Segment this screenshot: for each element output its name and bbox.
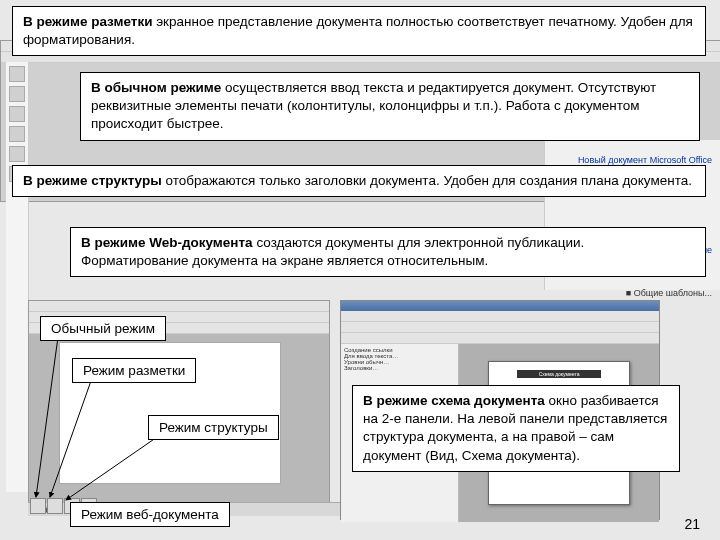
page-number: 21	[684, 516, 700, 532]
label-layout-mode: Режим разметки	[72, 358, 196, 383]
callout-layout-mode: В режиме разметки экранное представление…	[12, 6, 706, 56]
label-outline-mode: Режим структуры	[148, 415, 279, 440]
label-normal-mode: Обычный режим	[40, 316, 166, 341]
task-pane-item: Новый документ Microsoft Office	[578, 155, 712, 165]
callout-normal-mode: В обычном режиме осуществляется ввод тек…	[80, 72, 700, 141]
callout-schema-mode: В режиме схема документа окно разбиваетс…	[352, 385, 680, 472]
callout-outline-mode: В режиме структуры отображаются только з…	[12, 165, 706, 197]
view-mode-layout-icon[interactable]	[47, 498, 63, 514]
callout-web-mode: В режиме Web-документа создаются докумен…	[70, 227, 706, 277]
label-web-mode: Режим веб-документа	[70, 502, 230, 527]
view-mode-normal-icon[interactable]	[30, 498, 46, 514]
task-pane-item: ■ Общие шаблоны...	[626, 288, 712, 298]
